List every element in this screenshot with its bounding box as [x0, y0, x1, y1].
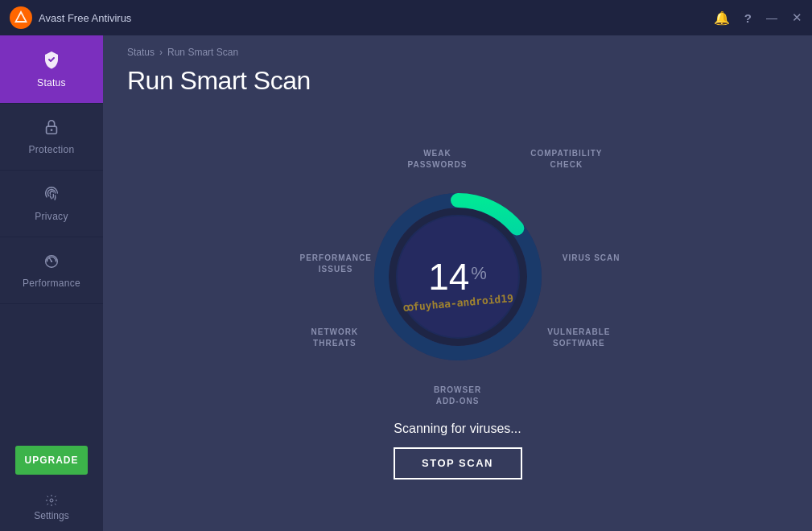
app-title: Avast Free Antivirus: [39, 12, 131, 24]
breadcrumb: Status › Run Smart Scan: [103, 35, 812, 63]
svg-point-7: [51, 261, 52, 262]
label-vulnerable-software: VULNERABLESOFTWARE: [547, 327, 610, 349]
help-icon[interactable]: ?: [744, 11, 752, 25]
ring-container: WEAKPASSWORDS COMPATIBILITYCHECK VIRUS S…: [289, 140, 627, 414]
shield-icon: [42, 50, 61, 72]
label-virus-scan: VIRUS SCAN: [563, 253, 620, 264]
scanning-text: Scanning for viruses...: [394, 422, 521, 436]
window-controls: 🔔 ? — ✕: [714, 10, 802, 26]
fingerprint-icon: [43, 185, 60, 206]
sidebar-protection-label: Protection: [28, 144, 74, 155]
minimize-icon[interactable]: —: [766, 11, 777, 24]
sidebar: Status Protection: [0, 35, 103, 531]
close-icon[interactable]: ✕: [792, 10, 802, 25]
scan-percent: 14: [428, 258, 469, 295]
label-weak-passwords: WEAKPASSWORDS: [408, 148, 468, 171]
settings-icon: [45, 494, 58, 507]
svg-point-8: [50, 499, 53, 502]
sidebar-performance-label: Performance: [23, 278, 80, 289]
avast-logo-icon: [10, 6, 32, 29]
scan-area: WEAKPASSWORDS COMPATIBILITYCHECK VIRUS S…: [103, 104, 812, 531]
settings-label: Settings: [34, 510, 68, 521]
breadcrumb-current: Run Smart Scan: [167, 47, 238, 58]
lock-icon: [43, 118, 60, 139]
scan-percent-sign: %: [471, 265, 487, 282]
label-network-threats: NETWORKTHREATS: [311, 327, 359, 349]
page-title: Run Smart Scan: [103, 63, 812, 104]
sidebar-status-label: Status: [37, 77, 66, 88]
sidebar-item-privacy[interactable]: Privacy: [0, 171, 103, 237]
content-area: Status › Run Smart Scan Run Smart Scan W…: [103, 35, 812, 531]
sidebar-item-settings[interactable]: Settings: [0, 484, 103, 531]
breadcrumb-separator: ›: [159, 47, 163, 58]
logo-area: Avast Free Antivirus: [10, 6, 714, 29]
stop-scan-button[interactable]: STOP SCAN: [394, 447, 522, 480]
sidebar-item-protection[interactable]: Protection: [0, 104, 103, 171]
sidebar-privacy-label: Privacy: [35, 211, 68, 222]
sidebar-item-performance[interactable]: Performance: [0, 237, 103, 304]
scan-status: Scanning for viruses... STOP SCAN: [394, 422, 522, 480]
sidebar-item-status[interactable]: Status: [0, 35, 103, 104]
ring-center-display: 14 %: [428, 258, 487, 295]
bell-icon[interactable]: 🔔: [714, 10, 730, 26]
speedometer-icon: [43, 252, 60, 273]
svg-point-4: [51, 129, 53, 131]
upgrade-button[interactable]: UPGRADE: [15, 446, 88, 475]
label-browser-addons: BROWSERADD-ONS: [434, 385, 481, 407]
main-layout: Status Protection: [0, 35, 812, 531]
titlebar: Avast Free Antivirus 🔔 ? — ✕: [0, 0, 812, 35]
breadcrumb-parent: Status: [127, 47, 155, 58]
label-performance-issues: PERFORMANCEISSUES: [300, 253, 372, 275]
label-compatibility-check: COMPATIBILITYCHECK: [530, 148, 602, 171]
